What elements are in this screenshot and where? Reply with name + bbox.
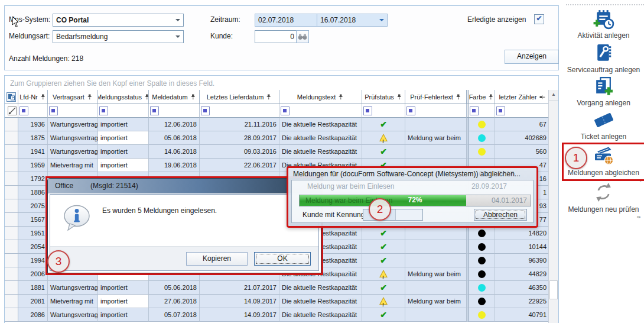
meldungsart-dropdown[interactable]: Bedarfsmeldung bbox=[53, 30, 184, 43]
cell-pruef: ! bbox=[362, 131, 405, 145]
date-from-picker[interactable]: 02.07.2018 bbox=[255, 14, 326, 27]
date-to-picker[interactable]: 16.07.2018 bbox=[317, 14, 388, 27]
cell-fehler bbox=[405, 227, 467, 240]
column-header-text[interactable]: Meldungstext bbox=[279, 90, 362, 104]
sidebar-item-ticket-anlegen[interactable]: Ticket anlegen bbox=[563, 109, 644, 141]
sidebar-item-serviceauftrag-anlegen[interactable]: Serviceauftrag anlegen bbox=[563, 42, 644, 74]
check-icon: ✔ bbox=[380, 229, 387, 237]
meldungsart-label: Meldungsart: bbox=[9, 32, 50, 40]
ok-button[interactable]: OK bbox=[254, 252, 311, 266]
sidebar-item-aktivitaet-anlegen[interactable]: Aktivität anlegen bbox=[563, 8, 644, 40]
dialog-message-text: Es wurden 5 Meldungen eingelesen. bbox=[102, 206, 217, 215]
table-row[interactable]: 2081Mietvertrag mitimportiert27.06.20181… bbox=[5, 295, 548, 308]
row-indicator bbox=[5, 145, 18, 159]
filter-button-icon[interactable] bbox=[406, 106, 415, 115]
column-header-fehler[interactable]: Prüf-Fehlertext bbox=[405, 90, 467, 104]
vertical-scrollbar[interactable]: ▲ bbox=[548, 90, 558, 323]
filter-form-panel: Mps-System: CO Portal Meldungsart: Bedar… bbox=[4, 5, 559, 70]
dialog-titlebar[interactable]: Office (MsgId: 21514) bbox=[48, 179, 321, 193]
cell-meldedatum: 05.07.2018 bbox=[149, 308, 200, 322]
cell-pruef: ! bbox=[362, 267, 405, 281]
warning-icon: ! bbox=[379, 134, 388, 142]
cell-status: importiert bbox=[98, 281, 149, 295]
filter-button-icon[interactable] bbox=[19, 106, 28, 115]
kunde-search-button[interactable] bbox=[296, 30, 309, 43]
filter-button-icon[interactable] bbox=[150, 106, 159, 115]
filter-button-icon[interactable] bbox=[281, 106, 290, 115]
cell-pruef: ✔ bbox=[362, 145, 405, 159]
scroll-up-arrow-icon[interactable]: ▲ bbox=[549, 90, 558, 101]
sidebar-item-vorgang-anlegen[interactable]: Vorgang anlegen bbox=[563, 75, 644, 107]
cell-nr: 1936 bbox=[18, 118, 48, 131]
cell-farbe bbox=[467, 240, 495, 254]
cell-text: Die aktuelle Restkapazität bbox=[279, 145, 362, 159]
sync-messages-icon bbox=[592, 145, 616, 167]
sidebar-item-meldungen-neu-pruefen[interactable]: Meldungen neu prüfen bbox=[563, 181, 644, 214]
cell-nr: 1941 bbox=[18, 145, 48, 159]
splitter-handle[interactable]: ▪▸ bbox=[637, 214, 641, 219]
column-header-meldedatum[interactable]: Meldedatum bbox=[149, 90, 200, 104]
column-header-lieferdatum[interactable]: Letztes Lieferdatum bbox=[200, 90, 279, 104]
cell-vertragsart: Mietvertrag mit bbox=[48, 159, 98, 172]
anzeigen-button[interactable]: Anzeigen bbox=[505, 50, 559, 64]
filter-button-icon[interactable] bbox=[201, 106, 210, 115]
check-icon: ✔ bbox=[380, 120, 387, 128]
cell-zaehler: 40791 bbox=[495, 308, 549, 322]
cell-status: importiert bbox=[98, 118, 149, 131]
column-header-farbe[interactable]: Farbe bbox=[467, 90, 495, 104]
cell-fehler bbox=[405, 145, 467, 159]
dialog-body: Es wurden 5 Meldungen eingelesen. Kopier… bbox=[50, 194, 319, 271]
cell-fehler bbox=[405, 254, 467, 267]
row-indicator bbox=[5, 227, 18, 240]
filter-button-icon[interactable] bbox=[363, 106, 372, 115]
cell-lieferdatum: 22.06.2017 bbox=[200, 159, 279, 172]
kunde-input[interactable]: 0 bbox=[255, 30, 297, 43]
table-row[interactable]: 2086Wartungsvertragimportiert05.07.20181… bbox=[5, 308, 548, 322]
erledigte-checkbox[interactable]: ✔ bbox=[534, 14, 544, 24]
filter-button-icon[interactable] bbox=[470, 106, 479, 115]
mps-system-dropdown[interactable]: CO Portal bbox=[53, 14, 184, 27]
cell-pruef: ✔ bbox=[362, 254, 405, 267]
column-header-label: Prüfstatus bbox=[365, 93, 394, 101]
table-row[interactable]: 1881Wartungsvertragimportiert05.06.20182… bbox=[5, 281, 548, 295]
column-header-zaehler[interactable]: letzter Zähler bbox=[495, 90, 549, 104]
row-indicator bbox=[5, 295, 18, 308]
pin-icon bbox=[396, 94, 402, 100]
cell-lieferdatum: 21.07.2017 bbox=[200, 281, 279, 295]
filter-button-icon[interactable] bbox=[99, 106, 108, 115]
column-header-status[interactable]: Meldungsstatus bbox=[98, 90, 149, 104]
kopieren-button[interactable]: Kopieren bbox=[186, 252, 248, 266]
table-row[interactable]: 1941Wartungsvertragimportiert14.06.20180… bbox=[5, 145, 548, 159]
cell-nr: 1567 bbox=[18, 213, 48, 227]
row-indicator bbox=[5, 254, 18, 267]
cell-text: Die aktuelle Restkapazität bbox=[279, 131, 362, 145]
cell-farbe bbox=[467, 118, 495, 131]
cell-nr: 1792 bbox=[18, 172, 48, 186]
column-header-nr[interactable]: Lfd-Nr bbox=[18, 90, 48, 104]
sidebar-item-label: Serviceauftrag anlegen bbox=[563, 66, 644, 74]
cell-pruef: ✔ bbox=[362, 118, 405, 131]
cell-vertragsart: Wartungsvertrag bbox=[48, 131, 98, 145]
table-row[interactable]: 1936Wartungsvertragimportiert12.06.20182… bbox=[5, 118, 548, 131]
ghost-row-date: 28.09.2017 bbox=[471, 182, 507, 190]
check-icon: ✔ bbox=[380, 256, 387, 264]
scrollbar-thumb[interactable] bbox=[549, 280, 558, 299]
progress-bar: Meldung war beim Einlesen 04.01.2017 72% bbox=[299, 195, 531, 206]
sidebar-item-meldungen-abgleichen[interactable]: Meldungen abgleichen bbox=[563, 145, 644, 177]
warning-icon: ! bbox=[379, 270, 388, 278]
chevron-down-icon bbox=[175, 19, 180, 21]
filter-cell-status bbox=[98, 104, 149, 118]
cell-nr: 2086 bbox=[18, 308, 48, 322]
clear-filter-button[interactable] bbox=[5, 104, 18, 118]
cell-nr: 1951 bbox=[18, 227, 48, 240]
column-header-pruef[interactable]: Prüfstatus bbox=[362, 90, 405, 104]
cell-nr: 2006 bbox=[18, 267, 48, 281]
cell-zaehler: 46350 bbox=[495, 281, 549, 295]
column-header-label: Vertragsart bbox=[53, 93, 84, 101]
column-header-vertragsart[interactable]: Vertragsart bbox=[48, 90, 98, 104]
table-row[interactable]: 1875Wartungsvertragimportiert05.06.20182… bbox=[5, 131, 548, 145]
column-chooser-button[interactable] bbox=[5, 90, 18, 104]
abbrechen-button[interactable]: Abbrechen bbox=[474, 209, 527, 221]
filter-button-icon[interactable] bbox=[496, 106, 505, 115]
filter-button-icon[interactable] bbox=[49, 106, 58, 115]
